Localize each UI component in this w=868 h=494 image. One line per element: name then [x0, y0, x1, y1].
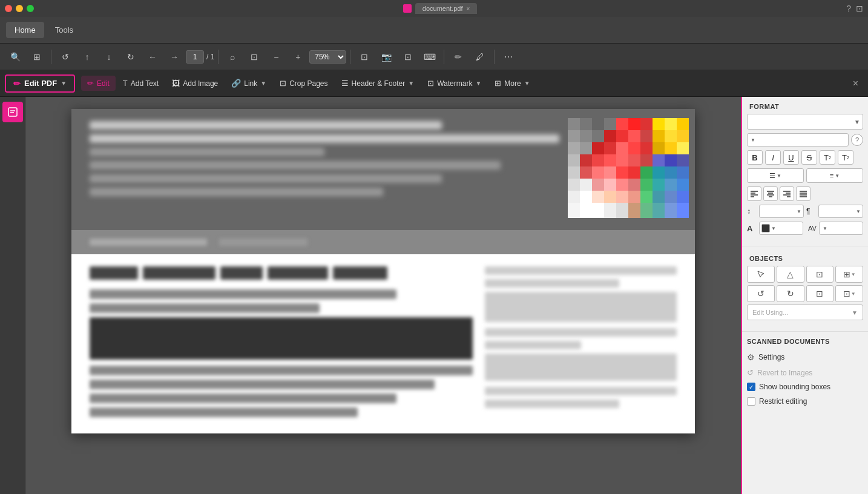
- font-size-arrow-icon: ▼: [751, 137, 755, 143]
- svg-rect-63: [568, 191, 580, 203]
- arrange-button[interactable]: ⊞ ▼: [835, 266, 863, 283]
- nav-tab-home[interactable]: Home: [6, 22, 44, 38]
- tab-item[interactable]: document.pdf ×: [415, 3, 478, 14]
- page-number-input[interactable]: [186, 50, 204, 64]
- help-icon[interactable]: ?: [846, 4, 851, 13]
- help-button[interactable]: ?: [851, 134, 863, 146]
- tab-close-icon[interactable]: ×: [467, 5, 470, 12]
- heading-block-4: [268, 266, 328, 280]
- text-color-icon: A: [747, 224, 757, 233]
- align-right-button[interactable]: [780, 186, 794, 201]
- up-button[interactable]: ↑: [77, 47, 97, 67]
- snapshot-button[interactable]: 📷: [376, 47, 396, 67]
- body-line-3: [90, 366, 473, 375]
- crop-object-button[interactable]: ⊡: [806, 266, 834, 283]
- header-footer-button[interactable]: ☰ Header & Footer ▼: [335, 76, 421, 91]
- draw-button[interactable]: ✏: [448, 47, 469, 67]
- undo-button[interactable]: ↺: [55, 47, 76, 67]
- svg-rect-77: [616, 203, 628, 218]
- zoom-out-button[interactable]: −: [266, 47, 286, 67]
- nav-prev-button[interactable]: ←: [142, 47, 163, 67]
- pdf-viewer[interactable]: [25, 97, 741, 494]
- add-image-button[interactable]: 🖼 Add Image: [166, 76, 224, 91]
- text-color-dropdown[interactable]: ▼: [759, 222, 803, 235]
- restrict-editing-label: Restrict editing: [759, 397, 807, 406]
- add-text-button[interactable]: T Add Text: [117, 76, 165, 91]
- crop-pages-label: Crop Pages: [289, 79, 327, 88]
- watermark-label: Watermark: [437, 79, 472, 88]
- underline-button[interactable]: U: [783, 150, 799, 165]
- heading-block-2: [143, 266, 215, 280]
- bold-button[interactable]: B: [747, 150, 763, 165]
- font-size-dropdown[interactable]: ▼: [747, 133, 849, 147]
- main-area: ▶ FORMAT ▼ ▼ ? B I U S: [0, 97, 868, 494]
- nav-next-button[interactable]: →: [164, 47, 185, 67]
- strikethrough-button[interactable]: S: [801, 150, 817, 165]
- tab-bar: document.pdf ×: [403, 3, 478, 14]
- paragraph-spacing-dropdown[interactable]: ▼: [818, 205, 863, 218]
- edit-using-arrow-icon: ▼: [852, 309, 858, 316]
- restrict-editing-row[interactable]: Restrict editing: [747, 394, 863, 409]
- clip-button[interactable]: ⊡: [806, 285, 834, 302]
- svg-rect-49: [640, 166, 653, 179]
- zoom-in-button[interactable]: +: [288, 47, 308, 67]
- refresh-button[interactable]: ↻: [120, 47, 141, 67]
- more-edit-arrow-icon: ▼: [524, 80, 530, 87]
- settings-row[interactable]: ⚙ Settings: [747, 349, 863, 366]
- select-object-button[interactable]: [747, 266, 775, 283]
- maximize-button[interactable]: [27, 5, 34, 12]
- window-controls-icon[interactable]: ⊡: [856, 4, 863, 13]
- rotate-ccw-button[interactable]: ↺: [747, 285, 775, 302]
- more-edit-button[interactable]: ⊞ More ▼: [488, 76, 536, 91]
- crop-pages-button[interactable]: ⊡ Crop Pages: [274, 76, 334, 91]
- line-spacing-dropdown[interactable]: ▼: [759, 205, 804, 218]
- edit-toolbar-close-button[interactable]: ×: [848, 76, 863, 91]
- restrict-editing-checkbox[interactable]: [747, 397, 755, 406]
- svg-rect-51: [665, 166, 677, 179]
- svg-rect-40: [653, 154, 665, 166]
- edit-button[interactable]: ✏ Edit: [81, 76, 116, 91]
- zoom-fit-button[interactable]: ⊡: [244, 47, 265, 67]
- show-bounding-boxes-row[interactable]: ✓ Show bounding boxes: [747, 380, 863, 394]
- align-left-button[interactable]: [747, 186, 761, 201]
- typewriter-button[interactable]: ⌨: [419, 47, 440, 67]
- zoom-level-select[interactable]: 75% 50% 100% 125%: [309, 50, 346, 64]
- heading-block-3: [220, 266, 263, 280]
- crop-button[interactable]: ⊡: [354, 47, 375, 67]
- link-button[interactable]: 🔗 Link ▼: [225, 76, 272, 91]
- font-family-dropdown[interactable]: ▼: [747, 114, 863, 130]
- subscript-button[interactable]: T2: [838, 150, 853, 165]
- italic-button[interactable]: I: [765, 150, 781, 165]
- close-button[interactable]: [5, 5, 12, 12]
- edit-pdf-button[interactable]: ✏ Edit PDF ▼: [5, 74, 75, 93]
- watermark-button[interactable]: ⊡ Watermark ▼: [421, 76, 487, 91]
- edit-using-row[interactable]: Edit Using... ▼: [747, 305, 863, 320]
- rotate-cw-button[interactable]: ↻: [777, 285, 804, 302]
- bullet-list-button[interactable]: ☰ ▼: [747, 168, 804, 183]
- svg-rect-32: [677, 142, 689, 154]
- zoom-search-button[interactable]: ⌕: [222, 47, 243, 67]
- format-section: ▼ ▼ ? B I U S T2 T2: [742, 114, 868, 243]
- down-button[interactable]: ↓: [99, 47, 119, 67]
- objects-grid-1: △ ⊡ ⊞ ▼: [747, 266, 863, 283]
- svg-rect-48: [628, 166, 640, 179]
- show-bounding-boxes-checkbox[interactable]: ✓: [747, 383, 755, 391]
- stamp-button[interactable]: 🖊: [470, 47, 490, 67]
- align-justify-button[interactable]: [796, 186, 810, 201]
- format-section-title: FORMAT: [742, 97, 868, 114]
- panel-collapse-button[interactable]: ▶: [741, 288, 742, 305]
- fullscreen-button[interactable]: ⊡: [398, 47, 418, 67]
- thumbnail-button[interactable]: ⊞: [27, 47, 47, 67]
- minimize-button[interactable]: [16, 5, 23, 12]
- search-tool-button[interactable]: 🔍: [5, 47, 25, 67]
- sidebar-edit-icon[interactable]: [2, 102, 23, 122]
- nav-tab-tools[interactable]: Tools: [47, 22, 82, 38]
- numbered-list-button[interactable]: ≡ ▼: [806, 168, 863, 183]
- numbered-list-icon: ≡: [830, 172, 833, 179]
- align-center-button[interactable]: [763, 186, 778, 201]
- more-tools-button[interactable]: ⋯: [498, 47, 519, 67]
- superscript-button[interactable]: T2: [820, 150, 835, 165]
- flip-vertical-button[interactable]: △: [777, 266, 804, 283]
- kerning-dropdown[interactable]: ▼: [819, 222, 863, 235]
- transform-button[interactable]: ⊡ ▼: [835, 285, 863, 302]
